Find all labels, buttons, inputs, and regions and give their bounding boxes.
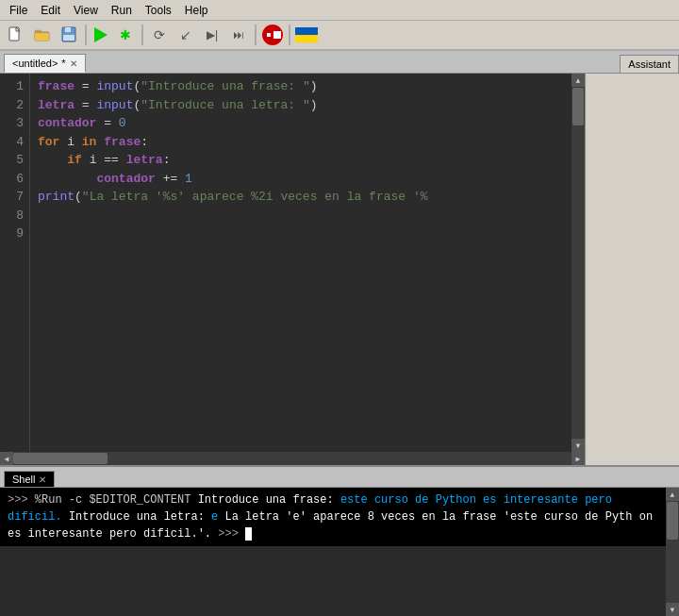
stop-icon xyxy=(262,25,283,45)
shell-content: >>> %Run -c $EDITOR_CONTENT Introduce un… xyxy=(0,488,666,616)
shell-tab[interactable]: Shell ✕ xyxy=(4,471,55,487)
shell-prompt-2: >>> xyxy=(218,527,245,541)
separator-1 xyxy=(85,25,87,45)
separator-3 xyxy=(255,25,257,45)
separator-4 xyxy=(289,25,290,45)
svg-rect-9 xyxy=(267,33,271,37)
shell-vscrollbar[interactable]: ▲ ▼ xyxy=(666,488,679,616)
menu-run[interactable]: Run xyxy=(106,2,138,19)
editor-vscrollbar[interactable]: ▲ ▼ xyxy=(571,74,585,452)
ukraine-flag-icon xyxy=(295,27,318,42)
toolbar: ✱ ⟳ ↙ ▶| ⏭ xyxy=(0,21,679,51)
line-num-6: 6 xyxy=(6,170,24,189)
assistant-tab[interactable]: Assistant xyxy=(620,55,679,73)
separator-2 xyxy=(141,25,143,45)
menu-bar: File Edit View Run Tools Help xyxy=(0,0,679,21)
line-num-3: 3 xyxy=(6,114,24,133)
menu-file[interactable]: File xyxy=(4,2,33,19)
line-num-4: 4 xyxy=(6,133,24,152)
line-num-8: 8 xyxy=(6,207,24,225)
editor-tab-modified: * xyxy=(61,58,65,69)
line-num-9: 9 xyxy=(6,225,24,243)
scroll-up-arrow[interactable]: ▲ xyxy=(571,74,585,87)
shell-scroll-track[interactable] xyxy=(666,501,679,603)
code-editor[interactable]: frase = input("Introduce una frase: ") l… xyxy=(30,74,571,452)
shell-prompt-1: >>> xyxy=(8,493,35,507)
scroll-right-arrow[interactable]: ▶ xyxy=(571,452,585,465)
run-triangle-icon xyxy=(94,27,108,42)
menu-help[interactable]: Help xyxy=(179,2,214,19)
shell-command: %Run -c $EDITOR_CONTENT xyxy=(35,493,191,507)
editor-tab-label: <untitled> xyxy=(12,58,58,69)
shell-tabbar: Shell ✕ xyxy=(0,467,679,488)
shell-cursor xyxy=(245,527,252,541)
shell-tab-label: Shell xyxy=(12,474,35,485)
shell-input-letra: e xyxy=(211,510,218,524)
svg-rect-4 xyxy=(35,33,49,41)
line-num-1: 1 xyxy=(6,77,24,96)
open-file-button[interactable] xyxy=(30,23,55,47)
step-out-button[interactable]: ⏭ xyxy=(226,23,251,47)
scroll-thumb[interactable] xyxy=(572,88,584,125)
stop-octagon xyxy=(264,30,273,40)
editor-tabbar: <untitled>* ✕ Assistant xyxy=(0,51,679,74)
ukraine-flag-button[interactable] xyxy=(294,23,319,47)
assistant-tab-label: Assistant xyxy=(628,58,671,70)
menu-view[interactable]: View xyxy=(68,2,104,19)
shell-tab-close[interactable]: ✕ xyxy=(39,474,46,485)
menu-edit[interactable]: Edit xyxy=(35,2,66,19)
shell-container: Shell ✕ >>> %Run -c $EDITOR_CONTENT Intr… xyxy=(0,465,679,616)
editor-tab-close[interactable]: ✕ xyxy=(70,58,77,69)
editor-hscrollbar[interactable]: ◀ ▶ xyxy=(0,452,585,465)
shell-row: >>> %Run -c $EDITOR_CONTENT Introduce un… xyxy=(0,488,679,616)
h-scroll-track[interactable] xyxy=(13,452,571,465)
save-file-icon xyxy=(60,26,77,43)
scroll-left-arrow[interactable]: ◀ xyxy=(0,452,13,465)
new-file-icon xyxy=(8,26,25,43)
h-scroll-thumb[interactable] xyxy=(13,453,108,464)
open-file-icon xyxy=(34,26,51,43)
svg-rect-6 xyxy=(65,27,71,32)
shell-body[interactable]: >>> %Run -c $EDITOR_CONTENT Introduce un… xyxy=(0,488,666,546)
shell-scroll-up[interactable]: ▲ xyxy=(666,488,679,501)
stop-button[interactable] xyxy=(260,23,285,47)
line-num-2: 2 xyxy=(6,96,24,115)
editor-wrapper: 1 2 3 4 5 6 7 8 9 frase = input("Introdu… xyxy=(0,74,585,452)
resume-button[interactable]: ▶| xyxy=(200,23,224,47)
line-numbers: 1 2 3 4 5 6 7 8 9 xyxy=(0,74,30,452)
assistant-content xyxy=(586,74,679,465)
menu-tools[interactable]: Tools xyxy=(140,2,177,19)
step-in-button[interactable]: ↙ xyxy=(174,23,198,47)
run-button[interactable] xyxy=(91,25,111,45)
step-over-button[interactable]: ⟳ xyxy=(147,23,172,47)
save-file-button[interactable] xyxy=(57,23,81,47)
shell-scroll-down[interactable]: ▼ xyxy=(666,603,679,616)
svg-rect-7 xyxy=(63,35,75,41)
scroll-down-arrow[interactable]: ▼ xyxy=(571,439,585,452)
editor-tab-untitled[interactable]: <untitled>* ✕ xyxy=(4,54,86,73)
shell-input-frase-cont: dificil. xyxy=(8,510,62,524)
debug-button[interactable]: ✱ xyxy=(113,23,138,47)
assistant-panel xyxy=(585,74,679,465)
line-num-7: 7 xyxy=(6,188,24,207)
scroll-track[interactable] xyxy=(571,87,585,439)
main-area: 1 2 3 4 5 6 7 8 9 frase = input("Introdu… xyxy=(0,74,679,465)
shell-scroll-thumb[interactable] xyxy=(667,502,678,540)
new-file-button[interactable] xyxy=(4,23,28,47)
line-num-5: 5 xyxy=(6,151,24,170)
editor-container: 1 2 3 4 5 6 7 8 9 frase = input("Introdu… xyxy=(0,74,585,465)
shell-input-frase: este curso de Python es interesante pero xyxy=(340,493,612,507)
